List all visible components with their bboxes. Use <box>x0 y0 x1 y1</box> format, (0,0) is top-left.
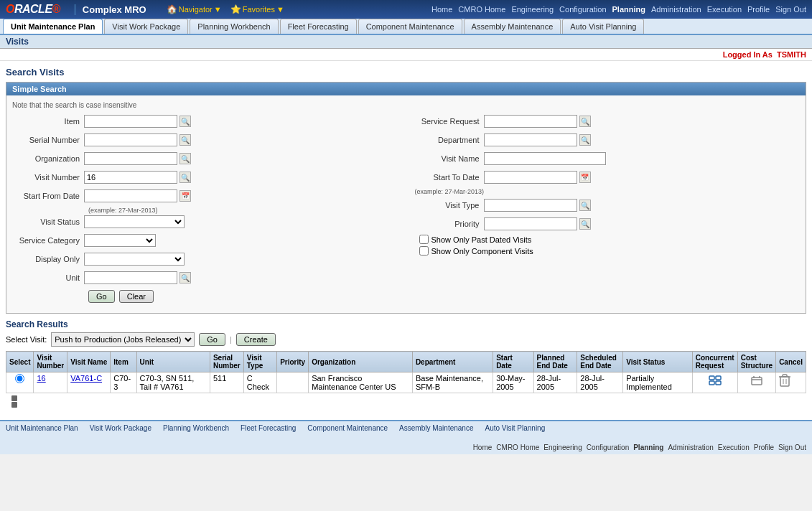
tab-visit-work-package[interactable]: Visit Work Package <box>104 19 188 34</box>
nav-cmro-home[interactable]: CMRO Home <box>458 5 505 14</box>
cancel-trash-icon[interactable] <box>779 374 803 389</box>
footer-link-unit-maintenance-plan[interactable]: Unit Maintenance Plan <box>6 424 78 432</box>
select-cell <box>6 372 34 393</box>
priority-search-icon[interactable]: 🔍 <box>579 218 591 230</box>
unit-input[interactable] <box>84 271 177 284</box>
footer-link-visit-work-package[interactable]: Visit Work Package <box>90 424 151 432</box>
visit-type-search-icon[interactable]: 🔍 <box>579 200 591 211</box>
tab-unit-maintenance-plan[interactable]: Unit Maintenance Plan <box>3 19 103 34</box>
visit-name-link[interactable]: VA761-C <box>70 374 102 383</box>
search-box-header: Simple Search <box>6 83 806 95</box>
bullet-row-2 <box>11 402 801 408</box>
display-only-select[interactable] <box>84 253 185 266</box>
serial-number-input[interactable] <box>84 133 177 146</box>
nav-engineering[interactable]: Engineering <box>511 5 554 14</box>
nav-administration[interactable]: Administration <box>651 5 701 14</box>
results-header: Search Results <box>6 319 806 329</box>
service-request-input[interactable] <box>484 115 577 128</box>
start-from-date-input[interactable] <box>84 189 177 202</box>
star-icon: ⭐ <box>230 4 241 14</box>
concurrent-request-icon[interactable] <box>696 374 734 387</box>
footer-link-auto-visit-planning[interactable]: Auto Visit Planning <box>485 424 545 432</box>
show-past-dated-checkbox[interactable] <box>419 235 429 244</box>
nav-signout[interactable]: Sign Out <box>775 5 806 14</box>
app-title: Complex MRO <box>75 4 146 15</box>
footer-nav-home[interactable]: Home <box>473 444 493 451</box>
service-request-search-icon[interactable]: 🔍 <box>579 116 591 127</box>
search-note: Note that the search is case insensitive <box>12 101 800 109</box>
tab-planning-workbench[interactable]: Planning Workbench <box>190 19 278 34</box>
nav-home[interactable]: Home <box>431 5 452 14</box>
footer-nav-configuration[interactable]: Configuration <box>587 444 629 451</box>
footer-nav-planning[interactable]: Planning <box>633 444 663 451</box>
footer-nav-signout[interactable]: Sign Out <box>778 444 806 451</box>
fav-dropdown-icon: ▼ <box>276 5 284 14</box>
footer-nav-execution[interactable]: Execution <box>718 444 750 451</box>
tab-auto-visit-planning[interactable]: Auto Visit Planning <box>562 19 644 34</box>
visit-type-cell: C Check <box>243 372 276 393</box>
form-col-left: Item 🔍 Serial Number 🔍 <box>12 113 401 307</box>
results-go-button[interactable]: Go <box>199 333 225 346</box>
footer-nav-engineering[interactable]: Engineering <box>543 444 582 451</box>
visit-type-label: Visit Type <box>412 201 484 210</box>
organization-input[interactable] <box>84 152 177 165</box>
footer-nav-cmro-home[interactable]: CMRO Home <box>496 444 539 451</box>
visit-number-link[interactable]: 16 <box>37 374 45 383</box>
clear-button[interactable]: Clear <box>119 290 154 303</box>
favorites-tool[interactable]: ⭐ Favorites ▼ <box>230 4 284 14</box>
unit-label: Unit <box>12 273 84 282</box>
visit-type-input[interactable] <box>484 199 577 212</box>
item-input-group: 🔍 <box>84 115 191 128</box>
start-to-date-calendar-icon[interactable]: 📅 <box>579 172 591 183</box>
service-category-select[interactable] <box>84 234 156 247</box>
item-input[interactable] <box>84 115 177 128</box>
organization-cell: San Francisco Maintenance Center US <box>309 372 413 393</box>
serial-number-search-icon[interactable]: 🔍 <box>179 134 191 146</box>
results-table: Select VisitNumber Visit Name Item Unit … <box>6 351 806 393</box>
footer-link-planning-workbench[interactable]: Planning Workbench <box>163 424 229 432</box>
department-input[interactable] <box>484 133 577 146</box>
serial-number-label: Serial Number <box>12 136 84 144</box>
organization-search-icon[interactable]: 🔍 <box>179 153 191 164</box>
show-component-checkbox[interactable] <box>419 246 429 255</box>
priority-input[interactable] <box>484 217 577 230</box>
select-visit-select[interactable]: Push to Production (Jobs Released) <box>51 332 195 347</box>
search-box: Simple Search Note that the search is ca… <box>6 82 806 314</box>
footer-link-component-maintenance[interactable]: Component Maintenance <box>307 424 388 432</box>
nav-planning[interactable]: Planning <box>612 5 645 14</box>
start-from-date-row: Start From Date 📅 <box>12 188 401 204</box>
tab-fleet-forecasting[interactable]: Fleet Forecasting <box>280 19 357 34</box>
navigator-tool[interactable]: 🏠 Navigator ▼ <box>167 4 222 14</box>
visit-number-input[interactable] <box>84 171 177 184</box>
footer-nav: Home CMRO Home Engineering Configuration… <box>473 444 806 451</box>
visit-name-input[interactable] <box>484 152 606 165</box>
scheduled-end-date-cell: 28-Jul-2005 <box>577 372 623 393</box>
footer: Unit Maintenance Plan Visit Work Package… <box>0 420 812 454</box>
footer-link-fleet-forecasting[interactable]: Fleet Forecasting <box>241 424 296 432</box>
item-search-icon[interactable]: 🔍 <box>179 116 191 127</box>
tab-assembly-maintenance[interactable]: Assembly Maintenance <box>464 19 561 34</box>
nav-configuration[interactable]: Configuration <box>559 5 606 14</box>
unit-search-icon[interactable]: 🔍 <box>179 272 191 283</box>
visit-status-label: Visit Status <box>12 217 84 226</box>
content-area: Search Visits Simple Search Note that th… <box>0 61 812 420</box>
go-button[interactable]: Go <box>88 290 115 303</box>
visit-number-search-icon[interactable]: 🔍 <box>179 172 191 183</box>
nav-profile[interactable]: Profile <box>747 5 770 14</box>
start-from-date-calendar-icon[interactable]: 📅 <box>179 190 191 202</box>
search-buttons: Go Clear <box>88 290 401 303</box>
visit-status-select[interactable] <box>84 215 185 228</box>
department-search-icon[interactable]: 🔍 <box>579 134 591 146</box>
col-planned-end-date: PlannedEnd Date <box>533 352 577 372</box>
footer-nav-administration[interactable]: Administration <box>668 444 713 451</box>
footer-link-assembly-maintenance[interactable]: Assembly Maintenance <box>399 424 473 432</box>
cost-structure-icon[interactable] <box>741 374 773 387</box>
row-radio[interactable] <box>15 374 24 383</box>
create-button[interactable]: Create <box>236 333 276 346</box>
nav-execution[interactable]: Execution <box>707 5 742 14</box>
start-to-date-input[interactable] <box>484 171 577 184</box>
department-row: Department 🔍 <box>412 132 801 148</box>
form-columns: Item 🔍 Serial Number 🔍 <box>12 113 800 307</box>
footer-nav-profile[interactable]: Profile <box>754 444 774 451</box>
tab-component-maintenance[interactable]: Component Maintenance <box>358 19 462 34</box>
